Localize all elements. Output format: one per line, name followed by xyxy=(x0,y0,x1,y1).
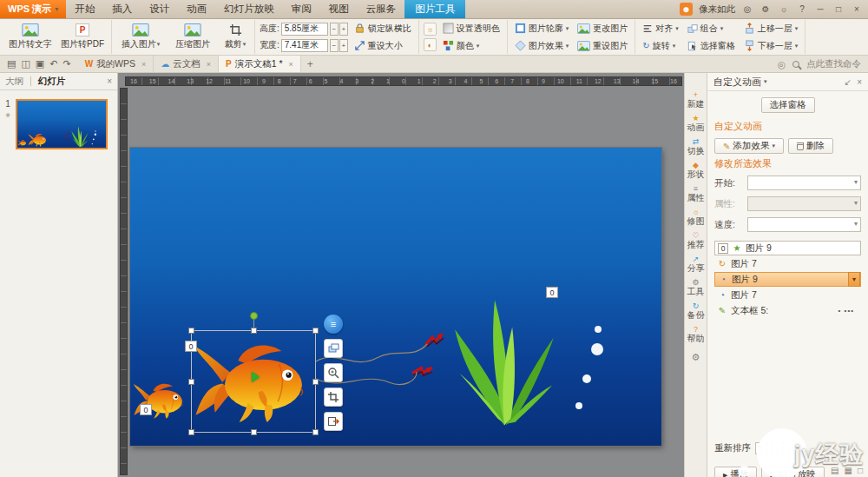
red-arrow-shape[interactable] xyxy=(410,360,437,383)
side-tab[interactable]: ♡ 推荐 xyxy=(685,229,707,251)
side-tab[interactable]: ↗ 分享 xyxy=(685,253,707,275)
undo-icon[interactable]: ↶ xyxy=(49,58,57,70)
menu-tab[interactable]: 插入 xyxy=(103,0,141,18)
play-button[interactable]: ▸播放 xyxy=(714,467,757,477)
search-command-hint[interactable]: 点此查找命令 xyxy=(806,58,861,70)
picture-effects-button[interactable]: 图片效果▾ xyxy=(512,39,572,53)
red-arrow-shape[interactable] xyxy=(66,131,69,134)
red-arrow-shape[interactable] xyxy=(424,332,446,349)
seaweed-image[interactable] xyxy=(70,125,89,148)
red-arrow-shape[interactable] xyxy=(64,136,69,141)
effect-option-dropdown[interactable] xyxy=(747,176,861,190)
reset-picture-button[interactable]: 重设图片 xyxy=(575,39,630,53)
animation-list-item[interactable]: ◔ 图片 7 ▾ xyxy=(714,288,861,302)
send-backward-button[interactable]: 下移一层▾ xyxy=(741,39,801,53)
save-icon[interactable]: ◫ xyxy=(21,58,30,70)
bubble[interactable] xyxy=(93,139,95,141)
side-tab[interactable]: ◆ 形状 xyxy=(685,159,707,181)
undock-icon[interactable]: ↙ xyxy=(845,77,852,87)
user-avatar[interactable]: ☻ xyxy=(680,3,693,16)
width-increase-button[interactable]: + xyxy=(339,39,348,52)
side-tab[interactable]: + 新建 xyxy=(685,89,707,110)
align-button[interactable]: 对齐▾ xyxy=(640,22,681,36)
compress-picture-button[interactable]: 压缩图片 xyxy=(168,21,217,54)
resize-handle[interactable] xyxy=(312,429,319,435)
layers-button[interactable] xyxy=(324,339,343,358)
help-icon[interactable]: ? xyxy=(796,4,808,14)
picture-outline-button[interactable]: 图片轮廓▾ xyxy=(512,22,572,36)
slide-canvas[interactable]: 0 0 0 ≡ xyxy=(130,148,661,446)
document-tab[interactable]: ☁ 云文档 xyxy=(154,56,219,72)
maximize-icon[interactable]: □ xyxy=(832,4,845,14)
rotate-button[interactable]: ↻ 旋转▾ xyxy=(640,39,681,53)
animation-list-item[interactable]: ↻ 图片 7 ▾ xyxy=(714,256,861,271)
side-tab[interactable]: ⇄ 切换 xyxy=(685,136,707,157)
selection-pane-button[interactable]: 选择窗格 xyxy=(761,97,815,113)
resize-handle[interactable] xyxy=(251,328,257,334)
tab-slides[interactable]: 幻灯片 xyxy=(38,76,66,88)
effect-option-dropdown[interactable] xyxy=(747,217,861,232)
height-input[interactable] xyxy=(281,23,328,36)
bubble[interactable] xyxy=(591,343,603,355)
crop-button[interactable]: 裁剪▾ xyxy=(220,21,250,54)
animation-list-item[interactable]: ✎ 文本框 5: • ••• ▾ xyxy=(714,303,861,318)
resize-handle[interactable] xyxy=(312,328,319,334)
effect-option-dropdown[interactable] xyxy=(747,196,861,211)
close-icon[interactable]: × xyxy=(107,76,112,86)
insert-picture-button[interactable]: 插入图片▾ xyxy=(116,21,165,54)
change-picture-button[interactable]: 更改图片 xyxy=(575,22,630,36)
reset-size-button[interactable]: 重设大小 xyxy=(352,39,414,53)
print-icon[interactable]: ▣ xyxy=(36,58,44,70)
bubble[interactable] xyxy=(595,326,602,333)
theme-icon[interactable]: ☼ xyxy=(778,4,790,14)
gear-icon[interactable]: ⚙ xyxy=(692,352,700,363)
close-icon[interactable]: × xyxy=(857,77,862,87)
open-icon[interactable]: ▤ xyxy=(7,58,16,70)
width-input[interactable] xyxy=(281,39,328,52)
width-decrease-button[interactable]: − xyxy=(330,39,339,52)
item-dropdown-arrow[interactable]: ▾ xyxy=(848,272,860,287)
group-button[interactable]: 组合▾ xyxy=(685,22,738,36)
resize-handle[interactable] xyxy=(188,429,194,435)
pic-to-text-button[interactable]: 图片转文字 xyxy=(6,21,55,54)
menu-tab[interactable]: 设计 xyxy=(141,0,178,18)
side-tab[interactable]: ≡ 属性 xyxy=(685,182,707,204)
chevron-down-icon[interactable]: ▾ xyxy=(764,78,767,85)
bubble[interactable] xyxy=(95,134,96,136)
menu-tab[interactable]: 开始 xyxy=(66,0,103,18)
side-tab[interactable]: ⚙ 工具 xyxy=(685,276,707,298)
lock-aspect-ratio-toggle[interactable]: 锁定纵横比 xyxy=(352,22,414,36)
slide-thumbnail[interactable] xyxy=(16,99,108,149)
contrast-button[interactable]: ◐ xyxy=(424,38,437,51)
zoom-button[interactable] xyxy=(324,363,343,382)
height-increase-button[interactable]: + xyxy=(339,23,348,36)
context-tab-picture-tools[interactable]: 图片工具 xyxy=(404,0,465,18)
user-name[interactable]: 像来如此 xyxy=(699,3,735,16)
menu-tab[interactable]: 视图 xyxy=(320,0,358,18)
resize-handle[interactable] xyxy=(312,379,319,385)
new-tab-button[interactable]: + xyxy=(301,56,319,72)
set-transparent-color-button[interactable]: 设置透明色 xyxy=(440,22,503,36)
animation-list-item[interactable]: 0 ★ 图片 9 ▾ xyxy=(714,241,861,255)
notification-icon[interactable]: ◎ xyxy=(741,4,753,14)
menu-tab[interactable]: 动画 xyxy=(178,0,215,18)
notification-icon[interactable]: ◎ xyxy=(778,59,786,70)
slideshow-button[interactable]: 幻灯片放映 xyxy=(761,467,825,477)
gear-icon[interactable]: ⚙ xyxy=(760,4,772,14)
bubble[interactable] xyxy=(575,402,582,409)
slide-canvas[interactable] xyxy=(17,101,106,148)
redo-icon[interactable]: ↷ xyxy=(62,58,70,70)
side-tab[interactable]: ★ 动画 xyxy=(685,112,707,134)
view-normal-icon[interactable]: ▤ xyxy=(831,466,838,475)
pic-to-pdf-button[interactable]: P 图片转PDF xyxy=(58,21,107,54)
side-tab[interactable]: ? 帮助 xyxy=(685,323,707,345)
crop-frame-button[interactable] xyxy=(324,388,343,407)
view-grid-icon[interactable]: ▦ xyxy=(845,466,852,475)
add-effect-button[interactable]: ✎ 添加效果 ▾ xyxy=(714,138,784,154)
small-goldfish-image[interactable] xyxy=(17,139,27,146)
app-logo[interactable]: WPS 演示 ▾ xyxy=(0,0,66,18)
animation-list-item[interactable]: ◔ 图片 9 ▾ xyxy=(714,272,861,287)
resize-handle[interactable] xyxy=(188,379,194,385)
resize-handle[interactable] xyxy=(251,429,257,435)
bring-forward-button[interactable]: 上移一层▾ xyxy=(741,22,801,36)
